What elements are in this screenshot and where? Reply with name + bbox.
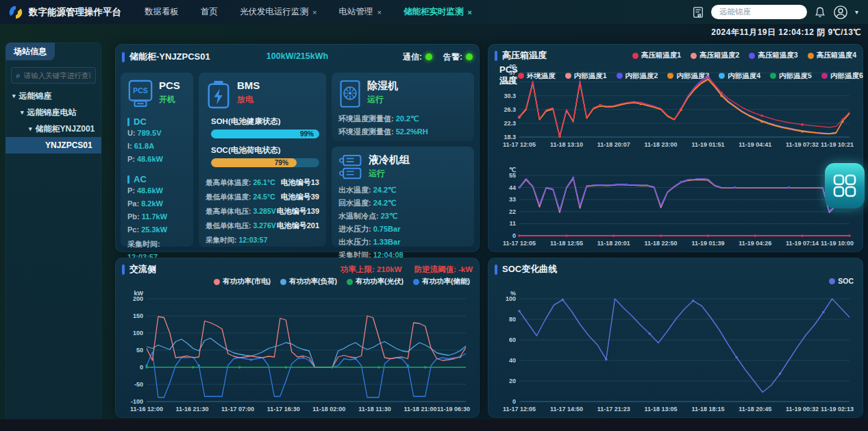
tab-storage-realtime[interactable]: 储能柜实时监测×: [404, 6, 472, 18]
bms-max-temp-row: 最高单体温度:26.1°C电池编号13: [206, 175, 319, 190]
svg-text:11-18 18:15: 11-18 18:15: [691, 406, 724, 412]
svg-text:44: 44: [509, 184, 516, 191]
svg-text:11-18 20:01: 11-18 20:01: [597, 240, 630, 247]
svg-text:11-19 07:32: 11-19 07:32: [786, 141, 819, 148]
user-avatar-icon[interactable]: [833, 5, 848, 20]
title-accent-bar: [495, 264, 497, 275]
svg-text:11-19 02:13: 11-19 02:13: [821, 406, 854, 412]
anti-backflow-text: 防逆流阈值: -kW: [414, 264, 473, 275]
svg-text:11-19 07:14: 11-19 07:14: [786, 240, 819, 247]
svg-text:11-18 13:05: 11-18 13:05: [645, 406, 678, 412]
pcs-ac-pc: Pc:25.3kW: [127, 223, 186, 236]
quick-apps-widget[interactable]: [825, 163, 865, 208]
datetime-weather: 2024年11月19日 12:04:12 阴 9℃/13℃: [711, 27, 861, 38]
soh-label: SOH(电池健康状态): [211, 116, 319, 127]
bms-min-volt-row: 最低单体电压:3.276V电池编号201: [206, 219, 319, 233]
search-icon: ⌕: [16, 71, 21, 80]
pcs-ac-p: P:48.6kW: [127, 184, 186, 197]
ac-limits: 功率上限: 210kW 防逆流阈值: -kW: [340, 264, 473, 275]
svg-text:11-17 12:05: 11-17 12:05: [503, 141, 536, 148]
svg-text:0: 0: [512, 232, 516, 239]
svg-text:34.3: 34.3: [504, 79, 516, 86]
menu-item-home[interactable]: 首页: [201, 6, 218, 18]
svg-text:22: 22: [509, 208, 516, 215]
menu-item-dashboard[interactable]: 数据看板: [145, 6, 179, 18]
svg-text:11-18 02:00: 11-18 02:00: [312, 406, 345, 412]
svg-text:-100: -100: [131, 398, 143, 405]
legend-item[interactable]: 有功功率(储能): [413, 277, 470, 286]
title-accent-bar: [495, 51, 497, 61]
caret-down-icon[interactable]: ▾: [21, 109, 24, 116]
tree-node-site[interactable]: ▾远能锦座: [5, 88, 101, 104]
legend-item[interactable]: 有功功率(市电): [214, 277, 271, 286]
tab-station-info[interactable]: 场站信息: [5, 42, 55, 60]
legend-item[interactable]: 有功功率(负荷): [280, 277, 337, 286]
station-search-input[interactable]: [711, 5, 807, 19]
alarm-status: 告警:: [443, 51, 473, 63]
legend-item[interactable]: 有功功率(光伏): [347, 277, 404, 286]
legend-item[interactable]: 高压箱温度2: [691, 51, 739, 60]
liquid-cooling-icon: [338, 153, 363, 181]
svg-text:11-17 12:05: 11-17 12:05: [503, 240, 536, 247]
dehumidifier-status: 运行: [367, 94, 398, 106]
legend-item[interactable]: 高压箱温度4: [808, 51, 856, 60]
user-dropdown-icon[interactable]: ▾: [855, 8, 858, 16]
svg-text:11-18 20:07: 11-18 20:07: [597, 141, 630, 148]
svg-text:150: 150: [133, 312, 143, 319]
svg-text:0: 0: [512, 398, 516, 405]
tab-station-management[interactable]: 电站管理×: [338, 6, 381, 18]
power-limit-text: 功率上限: 210kW: [340, 264, 401, 275]
report-icon[interactable]: [692, 6, 704, 19]
legend-item[interactable]: 高压箱温度1: [632, 51, 681, 60]
tree-node-cabinet[interactable]: ▾储能柜YNJZ001: [5, 121, 101, 137]
hv-temp-chart[interactable]: 18.322.326.330.334.337℃11-17 12:0511-18 …: [492, 63, 859, 149]
svg-text:℃: ℃: [509, 167, 516, 173]
close-icon[interactable]: ×: [467, 8, 471, 16]
svg-text:11-17 14:50: 11-17 14:50: [550, 406, 583, 412]
chart-svg: 01122334455℃11-17 12:0511-18 12:5511-18 …: [492, 166, 859, 248]
soc-percent: 79%: [275, 158, 288, 167]
svg-text:11: 11: [509, 220, 516, 227]
caret-down-icon[interactable]: ▾: [29, 125, 32, 132]
inlet-pressure-row: 进水压力:0.75Bar: [338, 223, 467, 236]
svg-text:33: 33: [509, 196, 516, 203]
cooling-status: 运行: [369, 168, 410, 180]
bms-status: 放电: [237, 94, 260, 106]
svg-text:-50: -50: [134, 381, 143, 388]
svg-text:kW: kW: [134, 290, 144, 297]
bell-icon[interactable]: [814, 6, 826, 19]
hv-temp-title: 高压箱温度: [502, 49, 547, 62]
svg-text:11-19 04:26: 11-19 04:26: [739, 240, 771, 247]
soc-header: SOC变化曲线: [488, 258, 863, 275]
close-icon[interactable]: ×: [312, 8, 317, 16]
svg-text:100: 100: [133, 330, 143, 336]
soc-chart[interactable]: 020406080100%11-17 12:0511-17 14:5011-17…: [492, 289, 859, 414]
svg-text:11-16 12:00: 11-16 12:00: [130, 406, 163, 412]
svg-text:11-19 04:41: 11-19 04:41: [739, 141, 771, 148]
legend-item[interactable]: SOC: [829, 277, 854, 285]
tree-node-pcs-selected[interactable]: YNJZPCS01: [5, 137, 101, 153]
temperature-charts-panel: 高压箱温度 高压箱温度1高压箱温度2高压箱温度3高压箱温度4 18.322.32…: [488, 44, 863, 252]
tab-pv-monitoring[interactable]: 光伏发电运行监测×: [240, 6, 317, 18]
svg-text:50: 50: [136, 347, 143, 354]
ac-side-chart[interactable]: -100-50050100150200kW11-16 12:0011-16 21…: [119, 289, 475, 414]
chart-svg: 020406080100%11-17 12:0511-17 14:5011-17…: [492, 289, 859, 414]
soh-progress-bar: 99%: [211, 130, 319, 138]
pcs-temp-chart[interactable]: 01122334455℃11-17 12:0511-18 12:5511-18 …: [492, 166, 859, 248]
cooling-name: 液冷机组: [369, 153, 410, 166]
close-icon[interactable]: ×: [377, 8, 381, 16]
bms-collect-time: 采集时间:12:03:57: [206, 233, 319, 247]
chart-svg: -100-50050100150200kW11-16 12:0011-16 21…: [119, 289, 475, 414]
legend-item[interactable]: 高压箱温度3: [749, 51, 797, 60]
keyword-search-input[interactable]: [24, 71, 91, 79]
caret-down-icon[interactable]: ▾: [12, 93, 16, 99]
env-humidity-row: 环境湿度测量值:52.2%RH: [338, 125, 467, 138]
soc-panel: SOC变化曲线 SOC 020406080100%11-17 12:0511-1…: [488, 258, 863, 418]
tree-node-plant[interactable]: ▾远能锦座电站: [5, 104, 101, 121]
cabinet-title: 储能柜-YNJZPCS01: [129, 51, 210, 63]
app-title: 数字能源管理操作平台: [29, 6, 121, 19]
pcs-ac-pa: Pa:8.2kW: [127, 197, 186, 210]
bottom-strip: [0, 419, 868, 431]
pcs-dc-i: I:61.8A: [127, 140, 186, 153]
pcs-ac-pb: Pb:11.7kW: [127, 210, 186, 223]
